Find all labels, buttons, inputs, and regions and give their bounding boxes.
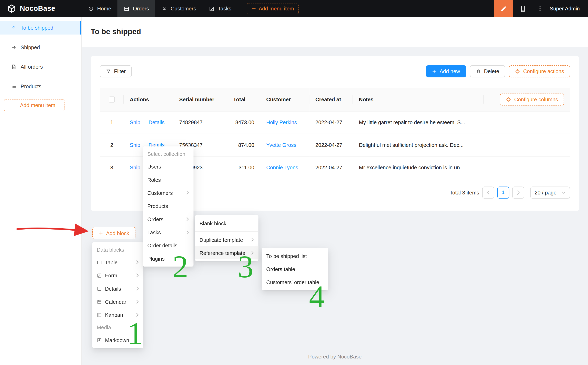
menu-item-tasks[interactable]: Tasks <box>143 226 193 239</box>
trash-icon <box>476 69 481 74</box>
menu-item-label: Products <box>147 203 168 209</box>
nav-item-tasks[interactable]: Tasks <box>203 0 237 17</box>
nav-item-customers[interactable]: Customers <box>155 0 203 17</box>
plus-icon <box>251 6 256 11</box>
menu-item-calendar[interactable]: Calendar <box>92 295 143 308</box>
customer-link[interactable]: Yvette Gross <box>266 142 296 148</box>
menu-item-customers[interactable]: Customers <box>143 186 193 199</box>
sidebar-item-shipped[interactable]: Shipped <box>0 41 81 54</box>
mobile-device-icon[interactable] <box>513 0 533 17</box>
nav-add-menu-item-button[interactable]: Add menu item <box>247 3 299 14</box>
list-icon <box>11 84 17 89</box>
menu-item-markdown[interactable]: Markdown <box>92 333 143 346</box>
chevron-right-icon <box>187 217 189 221</box>
form-icon <box>97 273 102 278</box>
navbar-right: Super Admin <box>494 0 588 17</box>
reference-template-menu: To be shipped list Orders table Customer… <box>262 248 328 290</box>
total-cell: 311.00 <box>227 156 260 179</box>
details-link[interactable]: Details <box>149 119 165 126</box>
menu-item-blank-block[interactable]: Blank block <box>195 217 258 230</box>
user-menu[interactable]: Super Admin <box>547 6 588 12</box>
column-header-actions: Actions <box>124 88 173 111</box>
calendar-icon <box>97 299 102 304</box>
menu-item-reference-template[interactable]: Reference template <box>195 246 258 260</box>
configure-columns-button[interactable]: Configure columns <box>500 93 564 105</box>
sidebar-add-menu-item-button[interactable]: Add menu item <box>4 99 64 111</box>
top-navbar: NocoBase Home Orders <box>0 0 588 17</box>
table-header-row: Actions Serial number Total Customer Cre… <box>100 88 570 111</box>
column-header-notes: Notes <box>353 88 484 111</box>
ship-link[interactable]: Ship <box>130 164 140 170</box>
filter-button[interactable]: Filter <box>100 65 132 77</box>
notes-cell: Mr excellence inquietude conviction is i… <box>353 156 484 179</box>
sidebar: To be shipped Shipped All orders Product… <box>0 17 82 365</box>
details-icon <box>97 286 102 291</box>
ship-link[interactable]: Ship <box>130 119 140 126</box>
menu-item-customers-order-table[interactable]: Customers' order table <box>262 275 328 289</box>
menu-item-duplicate-template[interactable]: Duplicate template <box>195 233 258 246</box>
filter-button-label: Filter <box>114 68 126 74</box>
menu-item-products[interactable]: Products <box>143 199 193 212</box>
nav-item-home[interactable]: Home <box>82 0 117 17</box>
ship-link[interactable]: Ship <box>130 142 140 148</box>
page-title: To be shipped <box>91 26 579 37</box>
menu-item-form[interactable]: Form <box>92 269 143 282</box>
ui-editor-button[interactable] <box>494 0 513 17</box>
page-number-button[interactable]: 1 <box>497 186 509 198</box>
more-options-icon[interactable] <box>533 0 547 17</box>
logo-cube-icon <box>7 4 17 14</box>
nav-item-orders[interactable]: Orders <box>117 0 155 17</box>
chevron-right-icon <box>251 251 254 255</box>
menu-group-data-blocks: Data blocks <box>92 244 143 256</box>
menu-item-details[interactable]: Details <box>92 282 143 295</box>
chevron-down-icon <box>562 191 565 194</box>
page-size-select[interactable]: 20 / page <box>530 186 570 198</box>
table-row: 1 ShipDetails 74829847 8473.00 Holly Per… <box>100 111 570 133</box>
kanban-icon <box>97 312 102 317</box>
customer-link[interactable]: Holly Perkins <box>266 119 297 126</box>
menu-item-order-details[interactable]: Order details <box>143 239 193 252</box>
menu-item-kanban[interactable]: Kanban <box>92 308 143 321</box>
plus-icon <box>99 231 103 235</box>
column-header-created: Created at <box>309 88 353 111</box>
menu-item-roles[interactable]: Roles <box>143 173 193 186</box>
created-cell: 2022-04-27 <box>309 156 353 179</box>
select-collection-title: Select collection <box>143 148 193 160</box>
menu-item-label: Users <box>147 163 161 169</box>
notes-cell: Delightful met sufficient projection ask… <box>353 133 484 156</box>
sidebar-item-label: All orders <box>20 64 43 70</box>
sidebar-item-label: To be shipped <box>20 25 53 31</box>
menu-item-label: Orders <box>147 216 163 222</box>
sidebar-item-products[interactable]: Products <box>0 80 81 93</box>
add-new-button-label: Add new <box>439 68 460 74</box>
home-icon <box>88 6 94 11</box>
table-icon <box>124 6 129 11</box>
menu-item-label: Reference template <box>200 250 245 256</box>
row-index: 3 <box>100 156 124 179</box>
menu-item-label: Roles <box>147 177 161 182</box>
next-page-button[interactable] <box>512 186 524 198</box>
select-collection-menu: Select collection Users Roles Customers … <box>143 147 193 267</box>
delete-button-label: Delete <box>484 68 499 74</box>
previous-page-button[interactable] <box>482 186 494 198</box>
sidebar-item-to-be-shipped[interactable]: To be shipped <box>0 21 81 35</box>
add-new-button[interactable]: Add new <box>426 65 466 77</box>
menu-item-orders-table[interactable]: Orders table <box>262 262 328 275</box>
add-block-label: Add block <box>106 230 129 236</box>
delete-button[interactable]: Delete <box>470 65 505 77</box>
check-square-icon <box>209 6 215 11</box>
menu-item-plugins[interactable]: Plugins <box>143 252 193 265</box>
created-cell: 2022-04-27 <box>309 133 353 156</box>
nocobase-logo: NocoBase <box>0 4 82 14</box>
menu-item-to-be-shipped-list[interactable]: To be shipped list <box>262 249 328 262</box>
customer-link[interactable]: Connie Lyons <box>266 164 298 170</box>
chevron-right-icon <box>187 230 189 234</box>
menu-item-table[interactable]: Table <box>92 256 143 269</box>
sidebar-item-all-orders[interactable]: All orders <box>0 60 81 74</box>
menu-item-orders[interactable]: Orders <box>143 212 193 225</box>
select-all-checkbox[interactable] <box>109 97 115 103</box>
plus-icon <box>432 69 437 74</box>
configure-actions-button[interactable]: Configure actions <box>509 65 570 77</box>
add-block-button[interactable]: Add block <box>92 227 135 239</box>
menu-item-users[interactable]: Users <box>143 160 193 173</box>
